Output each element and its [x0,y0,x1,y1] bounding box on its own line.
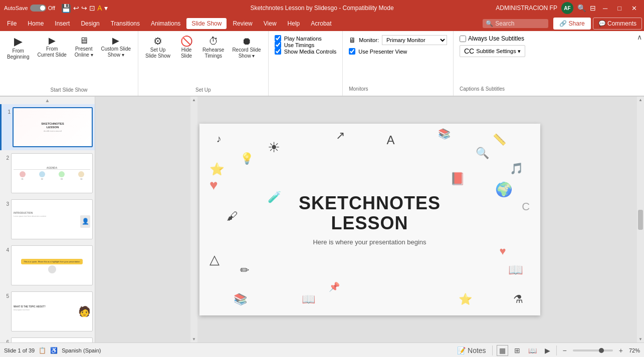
autosave-state: Off [48,5,55,11]
menu-review[interactable]: Review [228,18,257,29]
minimize-button[interactable]: ─ [600,4,610,13]
doodle-heart-left: ♥ [209,177,218,193]
slide-thumbnail-5[interactable]: 5 WHAT IS THE TOPIC ABOUT? Description t… [0,288,95,334]
always-subtitles-checkbox[interactable] [460,36,466,42]
slide-thumbnail-2[interactable]: 2 AGENDA 01 02 03 04 [0,150,95,196]
menu-slideshow[interactable]: Slide Show [186,18,227,29]
layout-icon[interactable]: ⊡ [89,4,95,12]
search-icon: 🔍 [486,20,493,27]
subtitle-settings-button[interactable]: CC Subtitle Settings ▾ [460,45,525,57]
redo-icon[interactable]: ↪ [81,4,87,12]
presenter-view-check[interactable]: Use Presenter View [349,48,447,55]
menu-animations[interactable]: Animations [146,18,185,29]
record-button[interactable]: ⏺ Record SlideShow ▾ [229,34,264,61]
menu-acrobat[interactable]: Acrobat [306,18,336,29]
custom-show-button[interactable]: ▶ Custom SlideShow ▾ [98,34,134,60]
notes-button[interactable]: 📝 Notes [455,345,488,355]
status-bar-right: 📝 Notes ▦ ⊞ 📖 ▶ − + 72% [455,345,640,356]
captions-label: Captions & Subtitles [460,86,525,92]
use-timings-text: Use Timings [284,42,315,48]
search-box[interactable]: 🔍 [483,19,548,28]
show-media-checkbox[interactable] [275,48,281,55]
ribbon-group-setup: ⚙ Set UpSlide Show 🚫 HideSlide ⏱ Rehears… [138,31,269,96]
slide-number-4: 4 [2,247,9,253]
text-format-icon[interactable]: A [97,4,102,12]
menu-insert[interactable]: Insert [50,18,75,29]
ribbon-collapse-button[interactable]: ∧ [635,31,644,96]
zoom-out-button[interactable]: − [561,345,569,355]
menu-transitions[interactable]: Transitions [106,18,145,29]
doodle-tube: 🧪 [268,191,281,204]
setup-show-button[interactable]: ⚙ Set UpSlide Show [142,34,173,61]
slide-sorter-button[interactable]: ⊞ [512,345,522,355]
layout-icon2[interactable]: ⊟ [590,4,596,12]
slide-thumbnail-1[interactable]: 1 SKETCHNOTESLESSON doodle icons around [0,104,95,150]
normal-view-button[interactable]: ▦ [497,345,508,356]
search-input[interactable] [495,20,545,27]
always-subtitles-check[interactable]: Always Use Subtitles [460,35,525,42]
monitor-label: Monitor: [359,37,379,43]
menu-help[interactable]: Help [283,18,305,29]
present-view-button[interactable]: ▶ [543,345,552,355]
zoom-level: 72% [629,347,640,353]
zoom-thumb [599,348,604,353]
doodle-books-bottom: 📚 [234,293,247,306]
use-timings-check[interactable]: Use Timings [275,42,337,48]
start-group-content: ▶ FromBeginning ▶ FromCurrent Slide 🖥 Pr… [4,34,134,85]
chevron-up-icon[interactable]: ∧ [637,33,642,41]
scroll-left-up[interactable]: ▲ [192,98,196,102]
slide-thumbnail-4[interactable]: 4 This is a quote. Share this as a highl… [0,242,95,288]
rehearse-button[interactable]: ⏱ RehearseTimings [199,34,227,61]
hide-slide-button[interactable]: 🚫 HideSlide [175,34,197,61]
doodle-globe: 🌍 [495,181,513,198]
menu-home[interactable]: Home [23,18,49,29]
scroll-left-down[interactable]: ▼ [192,337,196,341]
record-label: Record SlideShow ▾ [232,47,261,59]
play-narrations-check[interactable]: Play Narrations [275,35,337,42]
slide-thumbnail-6[interactable]: 6 📚 Title Content here [0,334,95,342]
zoom-in-button[interactable]: + [617,345,625,355]
slide-img-5: WHAT IS THE TOPIC ABOUT? Description tex… [11,291,93,331]
scroll-right-up[interactable]: ▲ [638,98,642,102]
separator-1 [492,345,493,355]
search-ribbon-icon[interactable]: 🔍 [577,4,586,12]
show-media-check[interactable]: Show Media Controls [275,48,337,55]
autosave-label: AutoSave [4,5,28,11]
from-current-label: FromCurrent Slide [37,46,66,58]
autosave-toggle[interactable] [30,5,46,12]
play-narrations-checkbox[interactable] [275,35,281,42]
setup-show-label: Set UpSlide Show [145,47,170,59]
scroll-right-down[interactable]: ▼ [638,337,642,341]
presenter-view-checkbox[interactable] [349,48,355,55]
scroll-up[interactable]: ▲ [0,97,95,104]
scroll-thumb[interactable] [638,210,643,230]
restore-button[interactable]: □ [614,4,624,13]
slide-img-1: SKETCHNOTESLESSON doodle icons around [13,107,93,147]
from-beginning-button[interactable]: ▶ FromBeginning [4,34,32,62]
menu-view[interactable]: View [259,18,282,29]
quick-access-dropdown[interactable]: ▾ [104,4,108,12]
setup-group-content: ⚙ Set UpSlide Show 🚫 HideSlide ⏱ Rehears… [142,34,264,85]
zoom-slider[interactable] [573,349,613,351]
close-button[interactable]: ✕ [628,4,640,13]
accessibility-icon[interactable]: ♿ [50,347,58,354]
share-button[interactable]: 🔗 Share [553,18,590,30]
from-current-button[interactable]: ▶ FromCurrent Slide [34,34,69,60]
present-online-button[interactable]: 🖥 PresentOnline ▾ [72,34,96,60]
use-timings-checkbox[interactable] [275,42,281,48]
autosave-dot [40,6,45,11]
slide-icon: 📋 [39,347,46,354]
undo-icon[interactable]: ↩ [73,4,79,12]
monitor-icon: 🖥 [79,36,88,45]
slide-thumbnail-3[interactable]: 3 INTRODUCTION Lorem ipsum text here abo… [0,196,95,242]
play-narrations-text: Play Narrations [284,36,322,42]
menu-file[interactable]: File [2,18,22,29]
slide-panel: ▲ 1 SKETCHNOTESLESSON doodle icons aroun… [0,97,95,342]
ribbon-checks-group: Play Narrations Use Timings Show Media C… [269,31,343,96]
comments-button[interactable]: 💬 Comments [593,18,642,30]
menu-design[interactable]: Design [76,18,104,29]
monitor-select[interactable]: Primary Monitor Monitor 1 Monitor 2 [382,35,447,45]
reading-view-button[interactable]: 📖 [526,345,539,355]
save-icon[interactable]: 💾 [61,4,71,13]
monitors-group: 🖥 Monitor: Primary Monitor Monitor 1 Mon… [343,31,454,96]
